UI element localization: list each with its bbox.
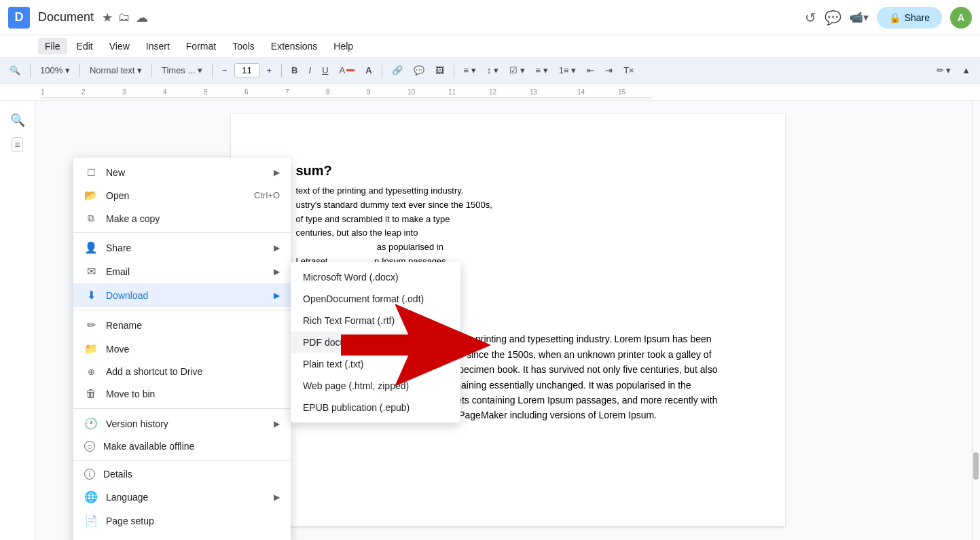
title-area: Document ★ 🗂 ☁ <box>38 10 148 25</box>
font-size-increase[interactable]: + <box>263 62 276 78</box>
line-spacing-btn[interactable]: ↕ ▾ <box>483 62 503 78</box>
image-btn[interactable]: 🖼 <box>431 62 448 78</box>
menu-item-share[interactable]: 👤 Share ▶ <box>73 236 291 259</box>
history-icon[interactable]: ↺ <box>805 10 816 26</box>
sep5 <box>281 64 282 77</box>
doc-action-icons: ★ 🗂 ☁ <box>102 10 148 25</box>
menu-item-details[interactable]: i Details <box>73 463 291 485</box>
menu-extensions[interactable]: Extensions <box>264 38 324 54</box>
new-arrow: ▶ <box>274 168 280 177</box>
svg-text:3: 3 <box>122 88 126 96</box>
offline-label: Make available offline <box>103 441 280 452</box>
star-icon[interactable]: ★ <box>102 10 113 25</box>
bold-btn[interactable]: B <box>287 62 302 78</box>
sidebar-format-icon[interactable]: ≡ <box>12 137 22 152</box>
font-family-btn[interactable]: Times ... ▾ <box>158 62 206 78</box>
download-submenu: Microsoft Word (.docx) OpenDocument form… <box>291 262 460 422</box>
svg-text:15: 15 <box>618 88 626 96</box>
spell-check-btn[interactable]: 🔍 <box>5 62 24 78</box>
increase-indent-btn[interactable]: ⇥ <box>601 62 617 78</box>
normal-text-btn[interactable]: Normal text ▾ <box>86 62 146 78</box>
editing-mode-btn[interactable]: ✏ ▾ <box>932 62 956 78</box>
menu-insert[interactable]: Insert <box>139 38 177 54</box>
menu-item-email[interactable]: ✉ Email ▶ <box>73 259 291 283</box>
menu-item-print[interactable]: 🖨 Print Ctrl+P <box>73 533 291 540</box>
svg-text:14: 14 <box>577 88 585 96</box>
italic-btn[interactable]: I <box>305 62 316 78</box>
download-odt[interactable]: OpenDocument format (.odt) <box>291 288 460 310</box>
open-icon: 📂 <box>84 189 98 202</box>
download-docx[interactable]: Microsoft Word (.docx) <box>291 266 460 288</box>
text-color-btn[interactable]: A <box>335 62 359 78</box>
underline-btn[interactable]: U <box>318 62 332 78</box>
decrease-indent-btn[interactable]: ⇤ <box>583 62 598 78</box>
svg-text:5: 5 <box>204 88 208 96</box>
menu-file[interactable]: File <box>38 38 67 54</box>
sep-2 <box>73 310 291 310</box>
clear-format-btn[interactable]: T× <box>619 62 638 78</box>
download-rtf[interactable]: Rich Text Format (.rtf) <box>291 310 460 331</box>
download-pdf[interactable]: PDF document (.pdf) <box>291 331 460 353</box>
comments-icon[interactable]: 💬 <box>824 10 841 26</box>
menu-format[interactable]: Format <box>179 38 223 54</box>
menu-item-offline[interactable]: ○ Make available offline <box>73 435 291 457</box>
menu-tools[interactable]: Tools <box>225 38 261 54</box>
menu-help[interactable]: Help <box>327 38 360 54</box>
menu-item-move-to-bin[interactable]: 🗑 Move to bin <box>73 382 291 406</box>
menu-item-make-copy[interactable]: ⧉ Make a copy <box>73 207 291 230</box>
share-button[interactable]: 🔒 Share <box>877 7 942 29</box>
folder-icon[interactable]: 🗂 <box>118 10 130 24</box>
bin-icon: 🗑 <box>84 388 98 400</box>
menu-item-add-shortcut[interactable]: ⊕ Add a shortcut to Drive <box>73 361 291 382</box>
copy-label: Make a copy <box>106 213 280 224</box>
menu-edit[interactable]: Edit <box>70 38 100 54</box>
version-label: Version history <box>106 418 266 429</box>
email-label: Email <box>106 266 266 277</box>
scroll-handle[interactable] <box>973 452 979 480</box>
sidebar-search-icon[interactable]: 🔍 <box>6 109 29 132</box>
sep-4 <box>73 460 291 461</box>
highlight-btn[interactable]: A <box>361 62 376 78</box>
svg-text:9: 9 <box>367 88 371 96</box>
align-btn[interactable]: ≡ ▾ <box>460 62 480 78</box>
cloud-icon[interactable]: ☁ <box>136 10 148 25</box>
open-label: Open <box>106 190 246 201</box>
email-arrow: ▶ <box>274 267 280 276</box>
menu-view[interactable]: View <box>103 38 137 54</box>
menu-item-download[interactable]: ⬇ Download ▶ <box>73 283 291 307</box>
numbered-list-btn[interactable]: 1≡ ▾ <box>555 62 580 78</box>
sep4 <box>212 64 213 77</box>
download-html[interactable]: Web page (.html, zipped) <box>291 375 460 397</box>
ruler: 1 2 3 4 5 6 7 8 9 10 11 12 13 14 15 <box>0 84 980 101</box>
page-setup-icon: 📄 <box>84 514 98 527</box>
meet-icon[interactable]: 📹▾ <box>850 11 869 24</box>
menu-item-new[interactable]: ☐ New ▶ <box>73 162 291 183</box>
collapse-btn[interactable]: ▲ <box>958 62 975 78</box>
menu-item-move[interactable]: 📁 Move <box>73 337 291 361</box>
svg-text:4: 4 <box>163 88 167 96</box>
version-icon: 🕐 <box>84 417 98 430</box>
checklist-btn[interactable]: ☑ ▾ <box>505 62 529 78</box>
comment-btn[interactable]: 💬 <box>410 62 429 78</box>
font-size-input[interactable] <box>234 63 260 77</box>
download-epub[interactable]: EPUB publication (.epub) <box>291 397 460 418</box>
language-label: Language <box>106 492 266 503</box>
link-btn[interactable]: 🔗 <box>388 62 407 78</box>
left-sidebar: 🔍 ≡ <box>0 101 35 540</box>
font-size-decrease[interactable]: − <box>218 62 232 78</box>
share-menu-label: Share <box>106 242 266 253</box>
menu-item-page-setup[interactable]: 📄 Page setup <box>73 509 291 533</box>
bullets-btn[interactable]: ≡ ▾ <box>532 62 552 78</box>
svg-text:12: 12 <box>489 88 497 96</box>
menu-item-open[interactable]: 📂 Open Ctrl+O <box>73 183 291 207</box>
menu-item-language[interactable]: 🌐 Language ▶ <box>73 485 291 509</box>
bin-label: Move to bin <box>106 389 280 399</box>
zoom-btn[interactable]: 100% ▾ <box>36 62 74 78</box>
menu-item-version-history[interactable]: 🕐 Version history ▶ <box>73 412 291 435</box>
doc-heading-partial: sum? <box>296 163 720 179</box>
avatar[interactable]: A <box>950 7 972 29</box>
download-txt[interactable]: Plain text (.txt) <box>291 353 460 375</box>
main-area: 🔍 ≡ sum? text of the printing and typese… <box>0 101 980 540</box>
top-bar: D Document ★ 🗂 ☁ ↺ 💬 📹▾ 🔒 Share A <box>0 0 980 35</box>
menu-item-rename[interactable]: ✏ Rename <box>73 313 291 337</box>
